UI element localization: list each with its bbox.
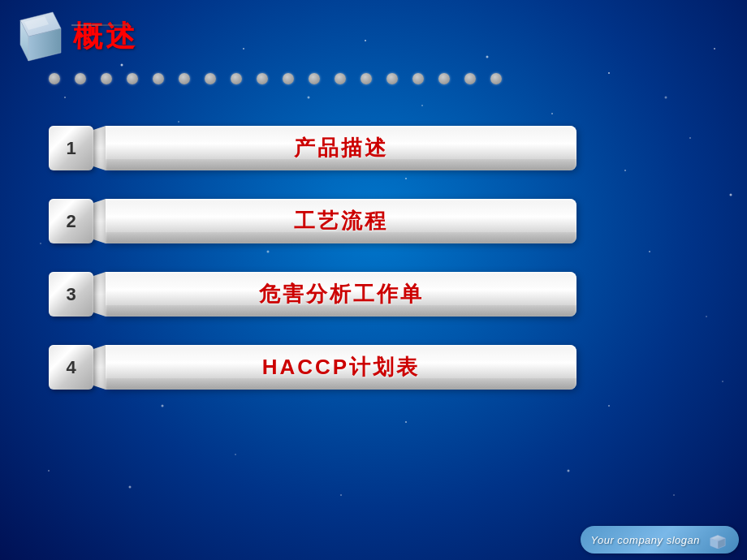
dot-13	[361, 73, 372, 84]
page-content: 概述 1 产品描述	[0, 0, 747, 560]
slogan-box-icon	[706, 531, 729, 549]
dot-12	[335, 73, 346, 84]
menu-number-4: 4	[49, 345, 93, 390]
slogan-area: Your company slogan	[581, 526, 739, 554]
dot-3	[101, 73, 112, 84]
dot-5	[153, 73, 164, 84]
slogan-text: Your company slogan	[590, 534, 700, 546]
menu-item-3[interactable]: 3 危害分析工作单	[49, 272, 576, 317]
menu-bar-3: 危害分析工作单	[106, 272, 576, 317]
menu-label-4: HACCP计划表	[262, 353, 420, 381]
menu-label-2: 工艺流程	[294, 207, 388, 235]
dot-2	[75, 73, 86, 84]
title-area: 概述	[8, 8, 138, 65]
dot-15	[412, 73, 424, 84]
menu-bar-4: HACCP计划表	[106, 345, 576, 390]
dot-4	[127, 73, 138, 84]
dot-16	[438, 73, 450, 84]
dot-14	[386, 73, 398, 84]
menu-item-2[interactable]: 2 工艺流程	[49, 199, 576, 243]
menu-label-1: 产品描述	[294, 134, 388, 162]
menu-number-2: 2	[49, 199, 93, 243]
dot-1	[49, 73, 60, 84]
dot-7	[205, 73, 216, 84]
dot-8	[231, 73, 242, 84]
dot-17	[464, 73, 476, 84]
dot-9	[257, 73, 268, 84]
menu-bar-2: 工艺流程	[106, 199, 576, 243]
title-line-decoration	[71, 24, 128, 26]
menu-bar-1: 产品描述	[106, 126, 576, 170]
dot-10	[283, 73, 294, 84]
menu-list: 1 产品描述 2 工艺流程 3 危害分析工作单	[49, 126, 576, 390]
menu-item-1[interactable]: 1 产品描述	[49, 126, 576, 170]
menu-number-3: 3	[49, 272, 93, 317]
dot-18	[490, 73, 502, 84]
dot-11	[309, 73, 320, 84]
ice-cube-icon	[8, 8, 65, 65]
page-title: 概述	[73, 17, 138, 57]
menu-number-1: 1	[49, 126, 93, 170]
menu-label-3: 危害分析工作单	[259, 280, 424, 308]
dot-6	[179, 73, 190, 84]
dots-row	[49, 73, 502, 84]
menu-item-4[interactable]: 4 HACCP计划表	[49, 345, 576, 390]
